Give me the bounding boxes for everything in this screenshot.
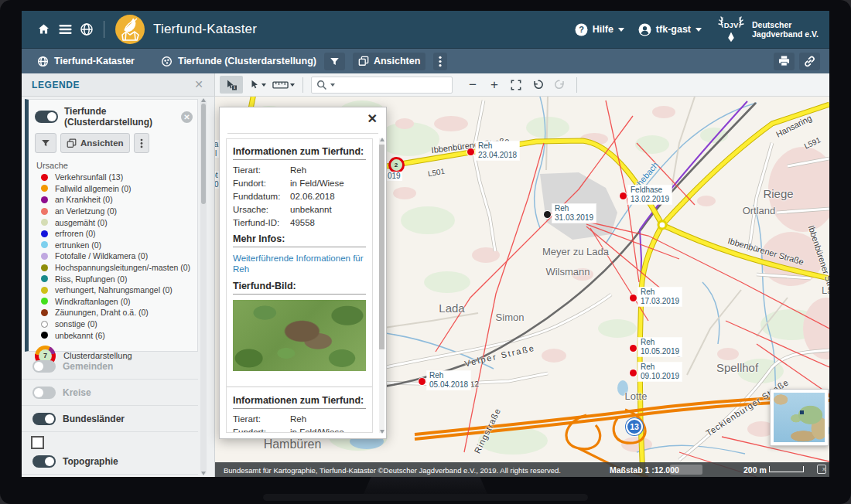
legend-color-dot	[41, 208, 48, 215]
layer-toggle-gemeinden[interactable]	[32, 360, 56, 373]
chevron-down-icon	[330, 83, 335, 87]
map-search-input[interactable]	[311, 77, 453, 94]
home-icon[interactable]	[32, 19, 54, 40]
filter-icon	[330, 56, 340, 66]
legend-color-dot	[41, 264, 48, 271]
legend-filter-button[interactable]	[35, 133, 56, 153]
popup-info-row: Tierfund-ID:49558	[233, 218, 366, 227]
kebab-icon	[140, 138, 143, 148]
monitor-stand-base	[263, 494, 588, 501]
chevron-down-icon	[695, 28, 702, 32]
layer-panel-title: Tierfunde (Clusterdarstellung)	[64, 106, 175, 128]
popup-scrollbar[interactable]	[379, 138, 384, 433]
measure-tool-button[interactable]	[272, 76, 295, 94]
popup-info-row: Fundort:in Feld/Wiese	[233, 179, 366, 188]
popup-more-link[interactable]: Weiterführende Informationen für Reh	[233, 253, 366, 274]
popup-info-key: Funddatum:	[233, 192, 290, 201]
active-layer-panel: Tierfunde (Clusterdarstellung) ✕ Ansicht…	[25, 99, 198, 352]
map-marker[interactable]	[630, 369, 637, 376]
popup-section1-rows: Tierart:RehFundort:in Feld/WieseFunddatu…	[233, 165, 366, 227]
zoom-in-button[interactable]: +	[485, 76, 504, 94]
place-label: Simon	[496, 312, 525, 323]
redo-button[interactable]	[550, 76, 569, 94]
layer-remove-icon[interactable]: ✕	[181, 111, 193, 123]
menu-icon[interactable]	[54, 19, 76, 40]
share-link-button[interactable]	[799, 53, 820, 70]
tfk-logo[interactable]	[115, 15, 145, 44]
help-label: Hilfe	[593, 24, 613, 35]
layer-toggle[interactable]	[35, 111, 58, 123]
sidebar-scroll-thumb[interactable]	[201, 104, 206, 204]
help-icon: ?	[575, 23, 588, 36]
full-extent-button[interactable]	[507, 76, 525, 94]
scalebar-label: 200 m	[743, 465, 767, 475]
tierfund-photo[interactable]	[233, 300, 366, 371]
legend-views-label: Ansichten	[80, 138, 124, 148]
place-label: Spellhof	[716, 361, 758, 374]
legend-item-label: erfroren (0)	[55, 229, 96, 238]
map-marker[interactable]	[419, 378, 426, 385]
legend-item: ausgemäht (0)	[29, 216, 197, 228]
popup-info-key: Fundort:	[233, 179, 290, 188]
legend-views-button[interactable]: Ansichten	[60, 133, 130, 153]
scroll-down-icon[interactable]	[201, 472, 206, 475]
popup-info-value: in Feld/Wiese	[290, 427, 344, 433]
scroll-down-icon[interactable]	[380, 430, 384, 434]
legend-item: Zäunungen, Draht o.ä. (0)	[29, 307, 197, 318]
user-menu[interactable]: tfk-gast	[638, 23, 702, 36]
overview-map[interactable]	[770, 389, 829, 446]
views-button[interactable]: Ansichten	[353, 53, 426, 70]
overview-map-marker	[800, 410, 804, 414]
toolbar-divider	[302, 77, 303, 93]
legend-color-dot	[41, 230, 48, 237]
breadcrumb-layer[interactable]: Tierfunde (Clusterdarstellung)	[161, 56, 316, 67]
popup-scroll-thumb[interactable]	[379, 145, 384, 349]
help-menu[interactable]: ? Hilfe	[575, 23, 624, 36]
scroll-up-icon[interactable]	[201, 98, 206, 102]
popup-info-value: Reh	[290, 165, 306, 175]
user-icon	[638, 23, 651, 36]
zoom-out-button[interactable]: −	[463, 76, 482, 94]
map-marker[interactable]	[620, 192, 627, 199]
scale-input[interactable]	[670, 465, 702, 475]
popup-close-icon[interactable]: ✕	[367, 113, 378, 125]
legend-more-button[interactable]	[134, 133, 149, 153]
street-label: L501	[427, 167, 446, 179]
popup-info-value: unbekannt	[290, 205, 332, 214]
map-marker[interactable]	[630, 295, 637, 301]
legend-item: Fotofalle / Wildkamera (0)	[29, 250, 197, 262]
layer-toggle-kreise[interactable]	[32, 387, 56, 399]
map-cluster-marker[interactable]: 2	[388, 157, 405, 173]
overview-toggle-button[interactable]: x	[817, 465, 826, 474]
select-tool-button[interactable]	[248, 76, 268, 94]
legend-item-label: Windkraftanlagen (0)	[55, 297, 130, 306]
app-window: Tierfund-Kataster ? Hilfe tfk-gast	[22, 11, 829, 477]
undo-button[interactable]	[528, 76, 547, 94]
sidebar-scrollbar[interactable]	[200, 99, 207, 475]
legend-item-label: Riss, Rupfungen (0)	[55, 274, 127, 284]
street-label: Velper Straße	[463, 343, 536, 369]
place-label: Wilsmann	[545, 266, 590, 278]
popup-info-row: Tierart:Reh	[233, 414, 366, 424]
popup-content: Informationen zum Tierfund: Tierart:RehF…	[226, 138, 373, 433]
legend-close-icon[interactable]: ✕	[194, 79, 203, 90]
popup-divider	[227, 133, 378, 134]
print-button[interactable]	[774, 53, 795, 70]
popup-info-value: Reh	[290, 414, 306, 424]
globe-icon[interactable]	[76, 19, 97, 40]
scroll-up-icon[interactable]	[380, 138, 384, 141]
map-marker[interactable]	[630, 345, 637, 352]
map-marker[interactable]	[544, 211, 551, 218]
info-tool-button[interactable]: i	[220, 76, 243, 94]
map-marker[interactable]	[467, 148, 474, 155]
place-label: Hambüren	[264, 438, 322, 451]
filter-button[interactable]	[324, 53, 345, 70]
org-name-line1: Deutscher	[752, 20, 819, 29]
more-menu-button[interactable]	[433, 53, 447, 70]
layer-label: Gemeinden	[63, 361, 113, 372]
layer-toggle-topographie[interactable]	[32, 455, 56, 468]
breadcrumb-home[interactable]: Tierfund-Kataster	[37, 56, 135, 67]
layer-toggle-bundesländer[interactable]	[32, 413, 56, 425]
legend-color-dot	[41, 253, 48, 260]
legend-item: an Krankheit (0)	[29, 194, 197, 206]
